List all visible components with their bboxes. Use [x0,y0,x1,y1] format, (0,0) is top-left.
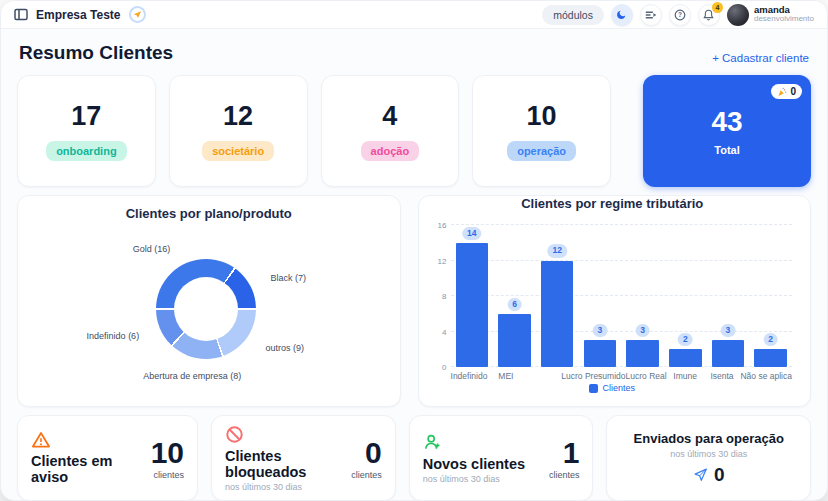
x-axis-label: Indefinido [451,371,488,381]
bar-slot: 2 [749,225,792,367]
question-circle-icon: ? [674,9,686,21]
bar-chart-x-axis: IndefinidoMEILucro PresumidoLucro RealIm… [451,371,793,381]
bar [498,314,530,367]
x-axis-label: Imune [667,371,704,381]
legend-swatch [589,384,598,393]
modules-button[interactable]: módulos [542,5,604,25]
summary-card: Clientes bloqueados nos últimos 30 dias … [211,415,396,501]
bar [754,349,786,367]
stat-card: 10 operação [472,75,611,187]
x-axis-label [524,371,561,381]
donut-slice-label: Black (7) [270,273,306,283]
donut-slice-label: Abertura de empresa (8) [143,371,241,381]
bar [669,349,701,367]
bar-slot: 2 [664,225,707,367]
y-axis-tick: 12 [438,256,447,265]
bar [584,340,616,367]
summary-card-value: 0 [365,438,382,468]
summary-card: Novos clientes nos últimos 30 dias 1 cli… [409,415,594,501]
donut-chart: Gold (16)Black (7)outros (9)Abertura de … [18,221,400,401]
x-axis-label: Lucro Real [626,371,667,381]
total-value: 43 [711,106,742,138]
dark-mode-toggle[interactable] [611,4,633,26]
bar [712,340,744,367]
stat-card: 17 onboarding [17,75,156,187]
y-axis-tick: 16 [438,221,447,230]
summary-card-unit: clientes [549,470,580,480]
block-icon [225,425,330,444]
paper-plane-icon [693,467,708,482]
x-axis-label: MEI [487,371,524,381]
donut-chart-card: Clientes por plano/produto Gold (16)Blac… [17,195,401,407]
party-popper-icon [777,87,787,97]
legend-label: Clientes [602,383,635,393]
warning-icon [31,431,136,449]
total-clients-card: 0 43 Total [643,75,811,187]
bar-value-label: 2 [763,333,778,346]
moon-icon [616,9,627,20]
bar-chart-card: Clientes por regime tributário 048121614… [418,195,812,407]
bar-slot: 3 [621,225,664,367]
user-plus-icon [423,433,525,452]
bar-value-label: 3 [721,324,736,337]
logs-button[interactable] [640,4,662,26]
bar-slot: 3 [579,225,622,367]
stat-value: 4 [382,101,397,132]
send-badge-icon [129,6,146,23]
summary-card-title: Novos clientes [423,456,525,472]
sent-card-value: 0 [714,464,725,486]
summary-card-subtitle: nos últimos 30 dias [225,482,330,492]
dashboard-window: Empresa Teste módulos ? [0,0,828,501]
bar [626,340,658,367]
sidebar-toggle-icon[interactable] [14,8,28,21]
summary-card: Clientes em aviso 10 clientes [17,415,198,501]
bar-value-label: 3 [635,324,650,337]
y-axis-tick: 0 [442,363,446,372]
donut-slice-label: Gold (16) [133,244,171,254]
bar-chart-plot: 04812161461233232 [451,225,793,367]
bar-value-label: 14 [462,227,481,240]
bar-value-label: 12 [547,244,566,257]
donut-slice-label: outros (9) [266,343,305,353]
stat-stage-badge: onboarding [46,141,127,161]
x-axis-label: Lucro Presumido [561,371,625,381]
bar-chart-title: Clientes por regime tributário [425,196,801,211]
stats-row: 17 onboarding 12 societário 4 adoção 10 … [17,75,811,187]
x-axis-label: Não se aplica [740,371,792,381]
stat-card: 4 adoção [321,75,460,187]
donut-slice-label: Indefinido (6) [87,331,140,341]
bar [541,261,573,368]
stat-value: 17 [71,101,101,132]
donut-ring [156,259,256,359]
user-role: desenvolvimento [754,15,814,24]
help-button[interactable]: ? [669,4,691,26]
user-menu[interactable]: amanda desenvolvimento [727,4,814,26]
bar-slot: 6 [493,225,536,367]
summary-card-value: 1 [563,438,580,468]
sent-card-subtitle: nos últimos 30 dias [670,449,747,459]
y-axis-tick: 4 [442,327,446,336]
total-pill-value: 0 [790,86,796,97]
app-title: Empresa Teste [36,8,121,22]
y-axis-tick: 8 [442,292,446,301]
stat-stage-badge: operação [507,141,576,161]
bar-slot: 3 [707,225,750,367]
total-label: Total [714,144,739,156]
sent-to-operation-card: Enviados para operação nos últimos 30 di… [606,415,811,501]
stat-stage-badge: societário [202,141,274,161]
add-client-link[interactable]: + Cadastrar cliente [712,52,809,64]
list-arrow-icon [645,10,656,20]
summary-card-value: 10 [151,438,184,468]
bar-slot: 12 [536,225,579,367]
summary-card-unit: clientes [351,470,382,480]
bar-value-label: 3 [593,324,608,337]
bar-value-label: 2 [678,333,693,346]
x-axis-label: Isenta [704,371,741,381]
notifications-button[interactable]: 4 [698,4,720,26]
summary-card-unit: clientes [154,470,185,480]
summary-card-subtitle: nos últimos 30 dias [423,474,525,484]
notification-count-badge: 4 [712,2,723,13]
summary-card-title: Clientes bloqueados [225,448,330,480]
stat-value: 12 [223,101,253,132]
top-navbar: Empresa Teste módulos ? [1,1,827,29]
